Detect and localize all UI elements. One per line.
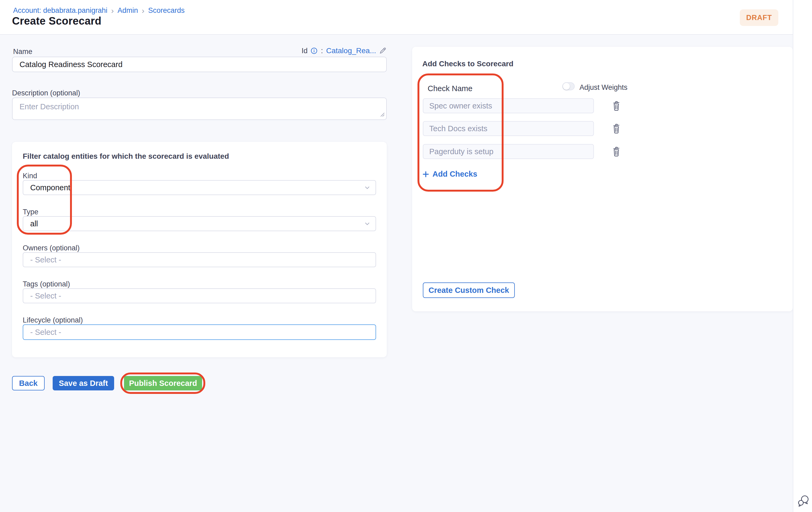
delete-check-icon[interactable] bbox=[611, 146, 622, 158]
status-badge: DRAFT bbox=[740, 9, 778, 26]
owners-label: Owners (optional) bbox=[23, 244, 80, 252]
type-select[interactable]: all bbox=[23, 216, 376, 231]
breadcrumb-separator-icon: › bbox=[141, 7, 145, 14]
check-name-column-header: Check Name bbox=[428, 84, 472, 93]
publish-scorecard-button[interactable]: Publish Scorecard bbox=[124, 376, 202, 390]
scorecard-id-row: Id : Catalog_Rea... bbox=[12, 47, 387, 55]
create-scorecard-page: Account: debabrata.panigrahi › Admin › S… bbox=[0, 0, 812, 512]
type-label: Type bbox=[23, 208, 38, 216]
add-checks-panel: Add Checks to Scorecard Check Name Adjus… bbox=[412, 47, 793, 311]
type-select-value: all bbox=[30, 219, 38, 228]
tags-label: Tags (optional) bbox=[23, 280, 70, 288]
tags-select-placeholder: - Select - bbox=[30, 292, 61, 300]
kind-select-value: Component bbox=[30, 183, 70, 192]
tags-select[interactable]: - Select - bbox=[23, 288, 376, 303]
toggle-knob bbox=[563, 83, 570, 90]
plus-icon bbox=[422, 170, 430, 178]
adjust-weights-label: Adjust Weights bbox=[579, 83, 628, 92]
page-title: Create Scorecard bbox=[12, 15, 102, 27]
chat-bubbles-icon[interactable] bbox=[797, 494, 810, 508]
page-header: Account: debabrata.panigrahi › Admin › S… bbox=[0, 0, 793, 35]
scorecard-id-link[interactable]: Catalog_Rea... bbox=[326, 47, 376, 55]
resize-handle-icon[interactable] bbox=[380, 112, 385, 118]
delete-check-icon[interactable] bbox=[611, 123, 622, 135]
lifecycle-label: Lifecycle (optional) bbox=[23, 316, 83, 324]
save-as-draft-button[interactable]: Save as Draft bbox=[53, 376, 114, 390]
breadcrumb-account-link[interactable]: Account: debabrata.panigrahi bbox=[13, 6, 108, 15]
filter-card: Filter catalog entities for which the sc… bbox=[12, 142, 387, 357]
filter-heading: Filter catalog entities for which the sc… bbox=[23, 152, 229, 160]
lifecycle-select-placeholder: - Select - bbox=[30, 328, 61, 337]
kind-label: Kind bbox=[23, 172, 37, 180]
add-checks-label: Add Checks bbox=[432, 170, 477, 179]
breadcrumb-scorecards-link[interactable]: Scorecards bbox=[148, 6, 185, 15]
info-icon[interactable] bbox=[310, 47, 318, 55]
owners-select-placeholder: - Select - bbox=[30, 255, 61, 264]
scorecard-name-input[interactable] bbox=[12, 57, 387, 72]
id-label: Id bbox=[301, 47, 308, 55]
breadcrumb: Account: debabrata.panigrahi › Admin › S… bbox=[13, 6, 185, 15]
breadcrumb-admin-link[interactable]: Admin bbox=[118, 6, 138, 15]
owners-select[interactable]: - Select - bbox=[23, 252, 376, 267]
description-textarea[interactable] bbox=[12, 97, 387, 120]
add-checks-heading: Add Checks to Scorecard bbox=[422, 60, 514, 68]
adjust-weights-toggle[interactable] bbox=[562, 82, 575, 90]
id-separator: : bbox=[320, 47, 324, 55]
create-custom-check-button[interactable]: Create Custom Check bbox=[423, 282, 515, 298]
breadcrumb-separator-icon: › bbox=[111, 7, 114, 14]
check-name-input[interactable]: Spec owner exists bbox=[423, 98, 594, 113]
check-name-input[interactable]: Tech Docs exists bbox=[423, 121, 594, 136]
kind-select[interactable]: Component bbox=[23, 180, 376, 195]
lifecycle-select[interactable]: - Select - bbox=[23, 324, 376, 340]
add-checks-button[interactable]: Add Checks bbox=[422, 170, 477, 179]
back-button[interactable]: Back bbox=[12, 376, 45, 390]
edit-id-pencil-icon[interactable] bbox=[379, 47, 387, 55]
help-rail bbox=[793, 0, 812, 512]
description-field-wrap bbox=[12, 97, 387, 120]
chevron-down-icon bbox=[364, 184, 371, 191]
check-name-input[interactable]: Pagerduty is setup bbox=[423, 144, 594, 159]
chevron-down-icon bbox=[364, 220, 371, 227]
description-label: Description (optional) bbox=[12, 89, 80, 97]
delete-check-icon[interactable] bbox=[611, 100, 622, 112]
